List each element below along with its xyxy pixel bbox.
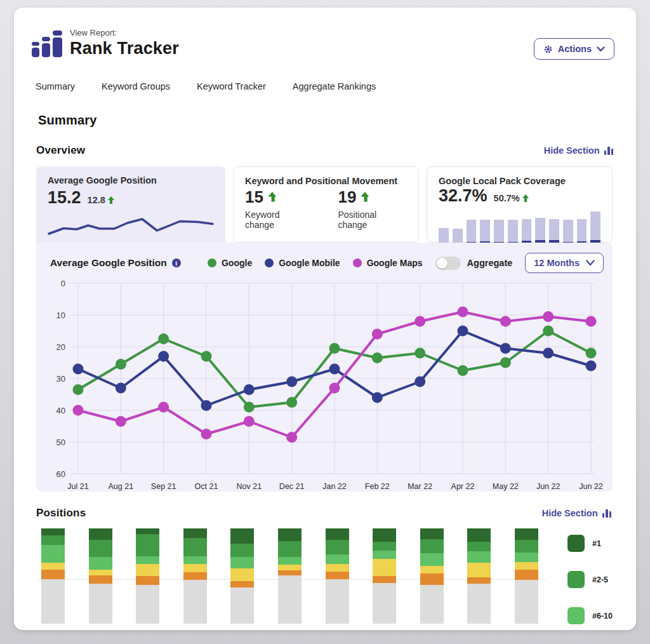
brand: View Report: Rank Tracker xyxy=(32,27,620,58)
positions-legend-item-1[interactable]: #1 xyxy=(567,535,613,552)
legend-swatch-1 xyxy=(567,535,585,552)
bar-segment-unranked xyxy=(89,584,112,624)
legend-label: #1 xyxy=(592,539,601,548)
bar-segment-#6-10 xyxy=(230,557,254,568)
info-icon[interactable]: i xyxy=(172,258,181,267)
positions-hide-section-link[interactable]: Hide Section xyxy=(542,508,611,518)
bar-segment-rank-21-plus xyxy=(136,576,159,585)
toggle-knob xyxy=(437,258,448,269)
positions-bar xyxy=(278,528,302,624)
up-arrow-icon xyxy=(268,192,277,203)
positions-bar xyxy=(230,528,254,624)
chart-title: Average Google Position i xyxy=(50,257,181,269)
logo-bar-2 xyxy=(42,37,50,57)
view-report-label: View Report: xyxy=(70,28,179,37)
positions-bar xyxy=(467,528,491,624)
bar-segment-rank-11-20 xyxy=(515,562,538,570)
svg-text:10: 10 xyxy=(56,311,65,320)
bar-segment-#1 xyxy=(89,528,112,540)
local-pack-card-title: Google Local Pack Coverage xyxy=(439,176,600,186)
tab-keyword-tracker[interactable]: Keyword Tracker xyxy=(197,81,266,91)
overview-section-header: Overview Hide Section xyxy=(14,128,636,157)
positional-change-value: 19 xyxy=(338,187,356,207)
legend-item-google-mobile[interactable]: Google Mobile xyxy=(265,258,340,268)
local-pack-bar xyxy=(563,220,573,245)
local-pack-value: 32.7% xyxy=(439,186,488,206)
svg-text:Sep 21: Sep 21 xyxy=(151,482,176,491)
bar-segment-#2-5 xyxy=(467,542,491,551)
bar-segment-#1 xyxy=(278,528,302,541)
keyword-change-value: 15 xyxy=(245,187,263,207)
google-local-pack-card: Google Local Pack Coverage 32.7% 50.7% xyxy=(427,166,613,243)
hide-section-label: Hide Section xyxy=(542,508,598,518)
svg-text:Jun 22: Jun 22 xyxy=(536,482,560,491)
bar-segment-#2-5 xyxy=(515,540,538,553)
bar-segment-#2-5 xyxy=(89,540,112,557)
svg-text:60: 60 xyxy=(56,469,65,479)
bar-segment-unranked xyxy=(515,580,538,624)
movement-card-title: Keyword and Positional Movement xyxy=(245,176,407,186)
bar-segment-rank-11-20 xyxy=(230,568,254,581)
date-range-dropdown[interactable]: 12 Months xyxy=(525,253,604,273)
bar-segment-unranked xyxy=(278,575,302,624)
up-arrow-icon xyxy=(108,196,115,205)
keyword-change-label: Keyword change xyxy=(245,210,310,230)
bar-segment-#2-5 xyxy=(230,544,254,557)
bar-segment-#1 xyxy=(183,528,207,538)
legend-swatch-2-5 xyxy=(567,571,585,588)
bar-segment-#2-5 xyxy=(278,541,302,558)
actions-label: Actions xyxy=(558,44,592,54)
google-mobile-legend-dot xyxy=(265,258,274,267)
positional-change-label: Positional change xyxy=(338,210,407,230)
aggregate-toggle[interactable] xyxy=(435,257,461,270)
positions-section: Positions Hide Section #1 #2-5 xyxy=(36,507,613,630)
svg-text:Jul 21: Jul 21 xyxy=(67,482,88,491)
app-header: View Report: Rank Tracker Actions xyxy=(14,8,636,58)
avg-google-position-card: Average Google Position 15.2 12.8 xyxy=(36,166,225,243)
google-legend-dot xyxy=(208,258,216,267)
positions-section-header: Positions Hide Section xyxy=(36,507,613,520)
tab-summary[interactable]: Summary xyxy=(36,81,75,91)
overview-hide-section-link[interactable]: Hide Section xyxy=(544,145,613,156)
overview-heading: Overview xyxy=(36,144,85,157)
local-pack-bar xyxy=(494,220,504,245)
legend-label: #2-5 xyxy=(592,575,608,584)
bar-segment-rank-21-plus xyxy=(326,572,349,579)
brand-text: View Report: Rank Tracker xyxy=(70,28,179,58)
local-pack-bar xyxy=(467,220,477,245)
keyword-positional-movement-card: Keyword and Positional Movement 15 Keywo… xyxy=(233,166,419,243)
actions-button[interactable]: Actions xyxy=(534,38,614,60)
legend-item-google-maps[interactable]: Google Maps xyxy=(353,258,423,268)
bar-segment-rank-21-plus xyxy=(420,574,444,585)
tab-keyword-groups[interactable]: Keyword Groups xyxy=(102,81,170,91)
positions-bar xyxy=(326,528,349,624)
bar-segment-unranked xyxy=(326,579,349,624)
local-pack-bar xyxy=(508,220,518,245)
positions-bar xyxy=(183,528,207,624)
up-arrow-icon xyxy=(522,194,529,203)
svg-text:Apr 22: Apr 22 xyxy=(451,482,475,491)
local-pack-bar xyxy=(577,219,587,245)
rank-tracker-app-card: View Report: Rank Tracker Actions Summar… xyxy=(14,8,636,630)
bar-segment-#6-10 xyxy=(326,554,349,564)
svg-text:May 22: May 22 xyxy=(493,482,519,491)
legend-label: Google xyxy=(222,258,252,268)
bar-segment-#6-10 xyxy=(41,545,65,563)
bar-segment-rank-21-plus xyxy=(41,570,65,579)
legend-item-google[interactable]: Google xyxy=(208,258,252,268)
local-pack-mini-bar-chart xyxy=(439,211,600,245)
bar-segment-#2-5 xyxy=(41,535,65,545)
legend-label: Google Maps xyxy=(367,258,423,268)
tab-aggregate-rankings[interactable]: Aggregate Rankings xyxy=(293,81,376,91)
bar-chart-icon xyxy=(604,147,614,155)
page-title: Summary xyxy=(14,91,636,128)
bar-segment-unranked xyxy=(183,580,207,624)
positions-legend-item-2-5[interactable]: #2-5 xyxy=(567,571,613,588)
svg-text:0: 0 xyxy=(61,279,65,288)
positions-bar xyxy=(41,528,65,624)
positions-legend-item-6-10[interactable]: #6-10 xyxy=(567,607,613,624)
svg-text:20: 20 xyxy=(56,342,65,352)
svg-text:Feb 22: Feb 22 xyxy=(365,482,390,491)
average-position-line-chart: 0102030405060Jul 21Aug 21Sep 21Oct 21Nov… xyxy=(41,276,607,494)
bar-segment-#1 xyxy=(41,528,65,535)
